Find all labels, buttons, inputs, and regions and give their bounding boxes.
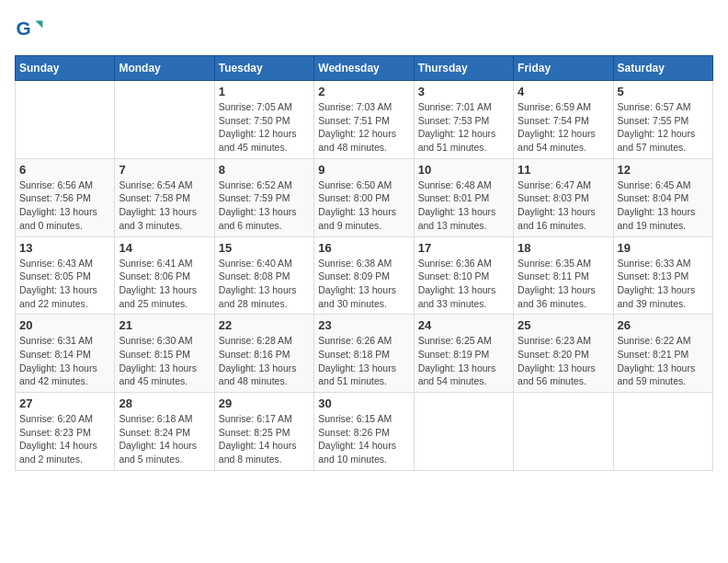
day-number: 21 bbox=[119, 318, 210, 332]
day-info: Sunrise: 6:48 AM Sunset: 8:01 PM Dayligh… bbox=[418, 178, 509, 233]
calendar-cell: 9Sunrise: 6:50 AM Sunset: 8:00 PM Daylig… bbox=[314, 158, 414, 236]
day-info: Sunrise: 6:57 AM Sunset: 7:55 PM Dayligh… bbox=[618, 100, 709, 155]
day-info: Sunrise: 6:36 AM Sunset: 8:10 PM Dayligh… bbox=[418, 257, 509, 311]
calendar-table: SundayMondayTuesdayWednesdayThursdayFrid… bbox=[15, 55, 713, 471]
calendar-header: SundayMondayTuesdayWednesdayThursdayFrid… bbox=[16, 56, 713, 81]
day-number: 16 bbox=[318, 241, 409, 255]
day-number: 8 bbox=[219, 163, 310, 177]
calendar-cell: 26Sunrise: 6:22 AM Sunset: 8:21 PM Dayli… bbox=[613, 315, 712, 393]
day-number: 28 bbox=[119, 396, 210, 410]
day-number: 17 bbox=[418, 241, 509, 255]
calendar-cell: 12Sunrise: 6:45 AM Sunset: 8:04 PM Dayli… bbox=[613, 158, 712, 236]
logo: G bbox=[15, 15, 48, 44]
calendar-cell: 28Sunrise: 6:18 AM Sunset: 8:24 PM Dayli… bbox=[115, 393, 214, 471]
day-of-week-header: Thursday bbox=[414, 56, 513, 81]
calendar-cell: 4Sunrise: 6:59 AM Sunset: 7:54 PM Daylig… bbox=[514, 81, 613, 159]
calendar-cell: 13Sunrise: 6:43 AM Sunset: 8:05 PM Dayli… bbox=[16, 236, 115, 315]
calendar-cell: 29Sunrise: 6:17 AM Sunset: 8:25 PM Dayli… bbox=[214, 393, 313, 471]
day-info: Sunrise: 6:35 AM Sunset: 8:11 PM Dayligh… bbox=[518, 257, 609, 311]
calendar-cell: 8Sunrise: 6:52 AM Sunset: 7:59 PM Daylig… bbox=[214, 158, 313, 236]
day-info: Sunrise: 6:50 AM Sunset: 8:00 PM Dayligh… bbox=[318, 178, 409, 233]
day-number: 25 bbox=[518, 318, 609, 332]
svg-text:G: G bbox=[17, 17, 31, 39]
day-number: 2 bbox=[318, 85, 409, 98]
calendar-week-row: 6Sunrise: 6:56 AM Sunset: 7:56 PM Daylig… bbox=[16, 158, 713, 236]
day-info: Sunrise: 6:25 AM Sunset: 8:19 PM Dayligh… bbox=[418, 334, 509, 388]
day-number: 9 bbox=[318, 163, 409, 177]
calendar-cell bbox=[414, 393, 513, 471]
day-info: Sunrise: 6:45 AM Sunset: 8:04 PM Dayligh… bbox=[618, 178, 709, 233]
calendar-cell: 25Sunrise: 6:23 AM Sunset: 8:20 PM Dayli… bbox=[514, 315, 613, 393]
calendar-cell: 2Sunrise: 7:03 AM Sunset: 7:51 PM Daylig… bbox=[314, 81, 414, 159]
calendar-cell: 5Sunrise: 6:57 AM Sunset: 7:55 PM Daylig… bbox=[613, 81, 712, 159]
day-info: Sunrise: 6:56 AM Sunset: 7:56 PM Dayligh… bbox=[19, 178, 110, 233]
calendar-cell: 16Sunrise: 6:38 AM Sunset: 8:09 PM Dayli… bbox=[314, 236, 414, 315]
calendar-cell: 1Sunrise: 7:05 AM Sunset: 7:50 PM Daylig… bbox=[214, 81, 313, 159]
calendar-week-row: 13Sunrise: 6:43 AM Sunset: 8:05 PM Dayli… bbox=[16, 236, 713, 315]
day-info: Sunrise: 6:18 AM Sunset: 8:24 PM Dayligh… bbox=[119, 412, 210, 466]
day-of-week-header: Friday bbox=[514, 56, 613, 81]
calendar-cell: 15Sunrise: 6:40 AM Sunset: 8:08 PM Dayli… bbox=[214, 236, 313, 315]
day-number: 23 bbox=[318, 318, 409, 332]
day-of-week-header: Sunday bbox=[16, 56, 115, 81]
day-number: 18 bbox=[518, 241, 609, 255]
day-info: Sunrise: 6:15 AM Sunset: 8:26 PM Dayligh… bbox=[318, 412, 409, 466]
day-number: 7 bbox=[119, 163, 210, 177]
day-info: Sunrise: 6:20 AM Sunset: 8:23 PM Dayligh… bbox=[19, 412, 110, 466]
day-number: 26 bbox=[618, 318, 709, 332]
day-of-week-header: Saturday bbox=[613, 56, 712, 81]
calendar-week-row: 1Sunrise: 7:05 AM Sunset: 7:50 PM Daylig… bbox=[16, 81, 713, 159]
day-number: 12 bbox=[618, 163, 709, 177]
day-number: 22 bbox=[219, 318, 310, 332]
calendar-cell bbox=[115, 81, 214, 159]
calendar-cell: 27Sunrise: 6:20 AM Sunset: 8:23 PM Dayli… bbox=[16, 393, 115, 471]
calendar-cell: 22Sunrise: 6:28 AM Sunset: 8:16 PM Dayli… bbox=[214, 315, 313, 393]
calendar-cell: 17Sunrise: 6:36 AM Sunset: 8:10 PM Dayli… bbox=[414, 236, 513, 315]
days-of-week-row: SundayMondayTuesdayWednesdayThursdayFrid… bbox=[16, 56, 713, 81]
day-number: 29 bbox=[219, 396, 310, 410]
calendar-cell: 10Sunrise: 6:48 AM Sunset: 8:01 PM Dayli… bbox=[414, 158, 513, 236]
day-info: Sunrise: 6:22 AM Sunset: 8:21 PM Dayligh… bbox=[618, 334, 709, 388]
day-info: Sunrise: 6:17 AM Sunset: 8:25 PM Dayligh… bbox=[219, 412, 310, 466]
calendar-cell: 24Sunrise: 6:25 AM Sunset: 8:19 PM Dayli… bbox=[414, 315, 513, 393]
logo-icon: G bbox=[15, 15, 44, 44]
day-of-week-header: Tuesday bbox=[214, 56, 313, 81]
calendar-cell: 20Sunrise: 6:31 AM Sunset: 8:14 PM Dayli… bbox=[16, 315, 115, 393]
day-number: 10 bbox=[418, 163, 509, 177]
day-info: Sunrise: 6:28 AM Sunset: 8:16 PM Dayligh… bbox=[219, 334, 310, 388]
calendar-cell: 11Sunrise: 6:47 AM Sunset: 8:03 PM Dayli… bbox=[514, 158, 613, 236]
day-number: 30 bbox=[318, 396, 409, 410]
day-info: Sunrise: 6:52 AM Sunset: 7:59 PM Dayligh… bbox=[219, 178, 310, 233]
day-info: Sunrise: 6:54 AM Sunset: 7:58 PM Dayligh… bbox=[119, 178, 210, 233]
day-of-week-header: Monday bbox=[115, 56, 214, 81]
day-number: 20 bbox=[19, 318, 110, 332]
calendar-cell: 7Sunrise: 6:54 AM Sunset: 7:58 PM Daylig… bbox=[115, 158, 214, 236]
calendar-cell: 19Sunrise: 6:33 AM Sunset: 8:13 PM Dayli… bbox=[613, 236, 712, 315]
day-info: Sunrise: 7:01 AM Sunset: 7:53 PM Dayligh… bbox=[418, 100, 509, 155]
day-number: 13 bbox=[19, 241, 110, 255]
calendar-cell: 21Sunrise: 6:30 AM Sunset: 8:15 PM Dayli… bbox=[115, 315, 214, 393]
calendar-cell bbox=[613, 393, 712, 471]
day-number: 14 bbox=[119, 241, 210, 255]
page-header: G bbox=[15, 15, 713, 44]
day-number: 27 bbox=[19, 396, 110, 410]
calendar-cell: 18Sunrise: 6:35 AM Sunset: 8:11 PM Dayli… bbox=[514, 236, 613, 315]
day-info: Sunrise: 7:05 AM Sunset: 7:50 PM Dayligh… bbox=[219, 100, 310, 155]
day-number: 5 bbox=[618, 85, 709, 98]
day-number: 6 bbox=[19, 163, 110, 177]
day-info: Sunrise: 6:59 AM Sunset: 7:54 PM Dayligh… bbox=[518, 100, 609, 155]
day-info: Sunrise: 6:43 AM Sunset: 8:05 PM Dayligh… bbox=[19, 257, 110, 311]
day-number: 3 bbox=[418, 85, 509, 98]
calendar-cell: 3Sunrise: 7:01 AM Sunset: 7:53 PM Daylig… bbox=[414, 81, 513, 159]
day-info: Sunrise: 6:26 AM Sunset: 8:18 PM Dayligh… bbox=[318, 334, 409, 388]
day-number: 19 bbox=[618, 241, 709, 255]
calendar-cell bbox=[16, 81, 115, 159]
day-number: 24 bbox=[418, 318, 509, 332]
calendar-body: 1Sunrise: 7:05 AM Sunset: 7:50 PM Daylig… bbox=[16, 81, 713, 471]
day-info: Sunrise: 6:30 AM Sunset: 8:15 PM Dayligh… bbox=[119, 334, 210, 388]
calendar-week-row: 27Sunrise: 6:20 AM Sunset: 8:23 PM Dayli… bbox=[16, 393, 713, 471]
day-info: Sunrise: 6:33 AM Sunset: 8:13 PM Dayligh… bbox=[618, 257, 709, 311]
day-info: Sunrise: 6:31 AM Sunset: 8:14 PM Dayligh… bbox=[19, 334, 110, 388]
day-info: Sunrise: 6:47 AM Sunset: 8:03 PM Dayligh… bbox=[518, 178, 609, 233]
calendar-cell: 14Sunrise: 6:41 AM Sunset: 8:06 PM Dayli… bbox=[115, 236, 214, 315]
